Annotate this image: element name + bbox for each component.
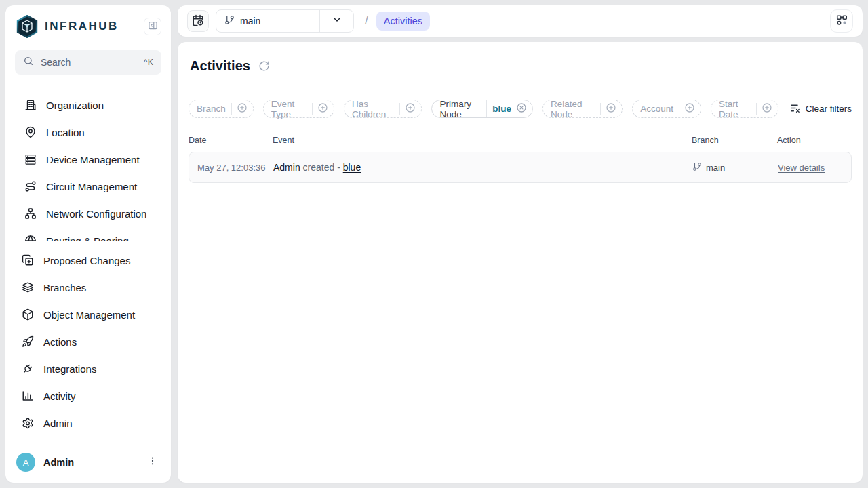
avatar: A [16,453,35,472]
sidebar-item-device-management[interactable]: Device Management [5,146,171,173]
page-header: Activities [178,42,863,89]
plug-icon [22,363,34,375]
branch-name: main [240,16,260,26]
add-filter-icon[interactable] [684,102,695,115]
search-input[interactable]: Search ^K [15,50,161,75]
table-row[interactable]: May 27, 12:03:36Admin created - bluemain… [189,152,852,183]
copy-diff-icon [22,254,34,266]
workflow-nodes-icon [835,14,848,28]
activities-table: Date Event Branch Action May 27, 12:03:3… [178,126,863,183]
cube-icon [22,308,34,321]
panel-collapse-icon [148,20,158,33]
filter-chip-primary-node[interactable]: Primary Nodeblue [431,100,533,118]
add-filter-icon[interactable] [317,102,328,115]
filter-chip-label: Related Node [551,99,595,119]
filter-chip-add-has-children[interactable]: Has Children [344,100,421,118]
sidebar-item-label: Actions [43,336,77,348]
chip-divider [600,103,601,115]
nav-primary: OrganizationLocationDevice ManagementCir… [5,87,171,241]
cell-date: May 27, 12:03:36 [197,163,273,173]
schema-explorer-button[interactable] [830,9,853,33]
refresh-button[interactable] [258,60,271,73]
branch-selector-caret[interactable] [319,10,353,32]
column-header-branch: Branch [692,136,777,145]
server-icon [24,153,37,165]
filter-chip-add-event-type[interactable]: Event Type [263,100,334,118]
view-details-link[interactable]: View details [778,163,825,173]
filter-chip-add-branch[interactable]: Branch [189,100,254,118]
filter-chip-value: blue [492,104,511,114]
breadcrumb-activities[interactable]: Activities [376,12,430,30]
sidebar-item-proposed-changes[interactable]: Proposed Changes [5,247,171,274]
sidebar-item-label: Circuit Management [46,181,137,192]
add-filter-icon[interactable] [237,102,248,115]
clear-filters-button[interactable]: Clear filters [789,102,852,116]
filter-chips: BranchEvent TypeHas ChildrenPrimary Node… [189,100,778,118]
table-body: May 27, 12:03:36Admin created - bluemain… [189,152,852,183]
filter-chip-add-start-date[interactable]: Start Date [711,100,778,118]
time-travel-button[interactable] [187,10,209,32]
filter-chip-add-account[interactable]: Account [632,100,701,118]
chevron-down-icon [332,14,342,28]
sidebar-item-actions[interactable]: Actions [5,328,171,355]
remove-filter-icon[interactable] [511,102,527,115]
add-filter-icon[interactable] [762,102,772,115]
content-panel: Activities BranchEvent TypeHas ChildrenP… [178,42,863,483]
sidebar-item-branches[interactable]: Branches [5,274,171,301]
gear-icon [22,417,34,429]
filter-chip-add-related-node[interactable]: Related Node [542,100,623,118]
layers-icon [22,281,34,293]
event-object-link[interactable]: blue [343,162,361,173]
git-branch-icon [224,15,240,27]
sidebar-item-location[interactable]: Location [5,119,171,146]
sidebar-item-routing-peering[interactable]: Routing & Peering [5,227,171,241]
cell-action: View details [778,161,851,174]
sidebar-collapse-button[interactable] [144,18,161,35]
sidebar-item-admin[interactable]: Admin [5,409,171,436]
building-icon [24,99,37,111]
clear-filters-label: Clear filters [806,104,852,114]
chip-divider [399,103,400,115]
sidebar-item-activity[interactable]: Activity [5,382,171,409]
filter-bar: BranchEvent TypeHas ChildrenPrimary Node… [178,89,863,126]
sidebar-item-label: Object Management [43,309,135,321]
cell-branch: main [692,162,778,174]
logo-row: INFRAHUB [5,5,171,45]
search-icon [23,56,34,69]
nav-secondary: Proposed ChangesBranchesObject Managemen… [5,241,171,436]
branch-selector[interactable]: main [216,9,354,33]
sidebar-item-label: Activity [43,390,76,402]
calendar-clock-icon [192,14,204,28]
filter-chip-label: Has Children [352,99,394,119]
event-actor: Admin [273,162,300,173]
filter-chip-label: Start Date [719,99,751,119]
sidebar-item-circuit-management[interactable]: Circuit Management [5,173,171,200]
branch-selector-value[interactable]: main [216,10,319,32]
bar-chart-icon [22,390,34,402]
user-menu-button[interactable] [145,455,160,470]
infrahub-logo-icon [16,15,38,38]
route-icon [24,180,37,192]
sidebar-item-label: Device Management [46,154,140,165]
sidebar-item-label: Proposed Changes [43,255,130,266]
sidebar-item-label: Branches [43,282,86,293]
sidebar-item-integrations[interactable]: Integrations [5,355,171,382]
kebab-icon [147,455,158,469]
column-header-event: Event [273,136,692,145]
sidebar-item-object-management[interactable]: Object Management [5,301,171,328]
sidebar-item-label: Routing & Peering [46,235,129,241]
filter-chip-label: Primary Node [440,99,481,119]
chip-divider [231,103,232,115]
filter-chip-label: Account [640,104,673,114]
chip-divider [679,103,679,115]
network-icon [24,207,37,220]
filter-chip-label: Event Type [271,99,307,119]
add-filter-icon[interactable] [405,102,416,115]
globe-icon [24,235,37,241]
sidebar-item-network-configuration[interactable]: Network Configuration [5,200,171,227]
sidebar-item-organization[interactable]: Organization [5,92,171,119]
filter-x-icon [789,102,806,116]
table-header-row: Date Event Branch Action [189,130,852,152]
sidebar-footer: A Admin [5,445,171,483]
add-filter-icon[interactable] [606,102,616,115]
